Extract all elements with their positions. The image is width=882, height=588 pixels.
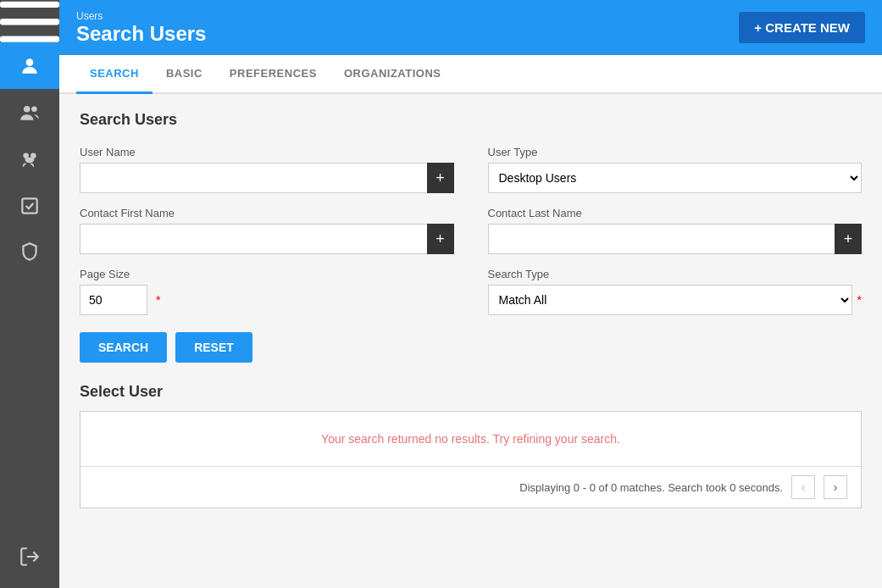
user-name-label: User Name bbox=[80, 146, 454, 158]
tab-organizations[interactable]: ORGANIZATIONS bbox=[330, 55, 455, 94]
svg-rect-8 bbox=[22, 198, 36, 213]
results-count-text: Displaying 0 - 0 of 0 matches. Search to… bbox=[519, 481, 783, 494]
reset-button[interactable]: RESET bbox=[175, 332, 252, 363]
prev-page-button[interactable]: ‹ bbox=[791, 475, 815, 499]
content-area: Search Users User Name + User Type Deskt… bbox=[59, 94, 882, 588]
results-empty-message: Your search returned no results. Try ref… bbox=[80, 412, 861, 466]
contact-first-name-label: Contact First Name bbox=[80, 207, 454, 219]
search-button[interactable]: SEARCH bbox=[80, 332, 167, 363]
svg-point-3 bbox=[26, 58, 34, 66]
sidebar bbox=[0, 0, 59, 588]
user-name-plus-button[interactable]: + bbox=[427, 163, 454, 193]
header-titles: Users Search Users bbox=[76, 10, 206, 46]
hamburger-menu[interactable] bbox=[0, 0, 59, 42]
create-new-button[interactable]: + CREATE NEW bbox=[739, 12, 865, 43]
next-page-button[interactable]: › bbox=[824, 475, 847, 499]
svg-point-7 bbox=[31, 153, 36, 158]
sidebar-item-roles[interactable] bbox=[0, 136, 59, 182]
page-title: Search Users bbox=[76, 22, 206, 46]
user-type-label: User Type bbox=[488, 146, 863, 158]
user-type-group: User Type Desktop Users All Users Web Us… bbox=[488, 146, 863, 193]
page-size-group: Page Size * bbox=[80, 268, 454, 315]
search-type-group: Search Type Match All Match Any * bbox=[488, 268, 863, 315]
results-box: Your search returned no results. Try ref… bbox=[80, 411, 862, 508]
breadcrumb: Users bbox=[76, 10, 206, 22]
user-name-group: User Name + bbox=[80, 146, 454, 193]
page-size-input[interactable] bbox=[80, 285, 147, 315]
search-section-title: Search Users bbox=[80, 111, 862, 129]
sidebar-item-profile[interactable] bbox=[0, 42, 59, 89]
contact-last-name-group: Contact Last Name + bbox=[488, 207, 863, 254]
results-footer: Displaying 0 - 0 of 0 matches. Search to… bbox=[80, 466, 861, 508]
contact-first-name-input-wrapper: + bbox=[80, 224, 454, 254]
tab-preferences[interactable]: PREFERENCES bbox=[216, 55, 330, 94]
search-type-select[interactable]: Match All Match Any bbox=[488, 285, 852, 315]
main-content: Users Search Users + CREATE NEW SEARCH B… bbox=[59, 0, 882, 588]
svg-rect-1 bbox=[0, 19, 59, 25]
page-header: Users Search Users + CREATE NEW bbox=[59, 0, 882, 55]
page-size-required: * bbox=[156, 293, 160, 307]
user-type-select[interactable]: Desktop Users All Users Web Users bbox=[488, 163, 863, 193]
contact-last-name-label: Contact Last Name bbox=[488, 207, 863, 219]
svg-point-5 bbox=[31, 106, 36, 112]
svg-rect-2 bbox=[0, 36, 59, 42]
sidebar-item-users[interactable] bbox=[0, 89, 59, 136]
contact-first-name-plus-button[interactable]: + bbox=[427, 224, 454, 254]
contact-last-name-input-wrapper: + bbox=[488, 224, 863, 254]
form-buttons: SEARCH RESET bbox=[80, 332, 862, 363]
search-type-label: Search Type bbox=[488, 268, 863, 280]
tab-basic[interactable]: BASIC bbox=[153, 55, 216, 94]
select-user-title: Select User bbox=[80, 383, 862, 401]
contact-first-name-input[interactable] bbox=[80, 224, 454, 254]
contact-first-name-group: Contact First Name + bbox=[80, 207, 454, 254]
sidebar-item-logout[interactable] bbox=[0, 533, 59, 580]
user-name-input[interactable] bbox=[80, 163, 454, 193]
tab-search[interactable]: SEARCH bbox=[76, 55, 153, 94]
search-form: User Name + User Type Desktop Users All … bbox=[80, 146, 862, 315]
page-size-label: Page Size bbox=[80, 268, 454, 280]
user-name-input-wrapper: + bbox=[80, 163, 454, 193]
contact-last-name-input[interactable] bbox=[488, 224, 863, 254]
sidebar-item-tasks[interactable] bbox=[0, 182, 59, 229]
contact-last-name-plus-button[interactable]: + bbox=[835, 224, 862, 254]
search-type-wrapper: Match All Match Any * bbox=[488, 285, 863, 315]
tab-bar: SEARCH BASIC PREFERENCES ORGANIZATIONS bbox=[59, 55, 882, 94]
svg-point-4 bbox=[24, 105, 31, 112]
search-type-required: * bbox=[857, 293, 862, 307]
svg-rect-0 bbox=[0, 2, 59, 8]
sidebar-item-shield[interactable] bbox=[0, 229, 59, 275]
